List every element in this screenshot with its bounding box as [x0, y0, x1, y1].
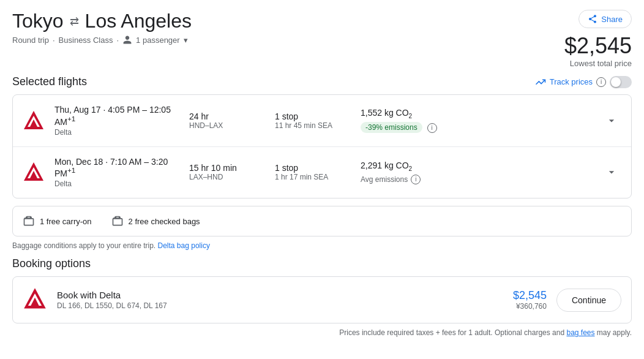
carry-on-icon: [23, 215, 35, 227]
flight-2-date: Mon, Dec 18: [54, 157, 103, 167]
checked-bag-icon: [111, 215, 124, 227]
passenger-count: 1 passenger: [136, 36, 180, 45]
share-button[interactable]: Share: [578, 10, 632, 28]
delta-bag-policy-link[interactable]: Delta bag policy: [158, 241, 210, 250]
flight-2-co2: 2,291 kg CO2: [361, 161, 597, 172]
selected-flights-header: Selected flights Track prices i: [12, 75, 632, 88]
flight-1-route: HND–LAX: [189, 121, 263, 130]
price-label: Lowest total price: [564, 59, 632, 68]
share-label: Share: [601, 15, 623, 24]
flight-2-depart: 7:10 AM: [110, 157, 141, 167]
trip-type: Round trip: [12, 36, 49, 45]
checked-bags-label: 2 free checked bags: [129, 217, 200, 226]
flight-1-stop-detail: 11 hr 45 min SEA: [275, 121, 348, 130]
flight-1-expand-button[interactable]: [602, 111, 621, 130]
carry-on-label: 1 free carry-on: [40, 217, 92, 226]
flight-2-expand-button[interactable]: [602, 162, 621, 182]
flight-1-stops-main: 1 stop: [275, 111, 348, 121]
track-prices-section: Track prices i: [535, 76, 632, 88]
booking-options-title: Booking options: [12, 257, 632, 270]
flight-2-route: LAX–HND: [189, 173, 263, 181]
flight-2-emissions: 2,291 kg CO2 Avg emissions i: [361, 161, 597, 184]
booking-info: Book with Delta DL 166, DL 1550, DL 674,…: [57, 290, 513, 310]
booking-price-yen: ¥360,760: [513, 302, 547, 311]
flight-2-stops: 1 stop 1 hr 17 min SEA: [275, 163, 348, 181]
flight-1-info: Thu, Aug 17 · 4:05 PM – 12:05 AM+1 Delta: [54, 105, 177, 137]
flights-container: Thu, Aug 17 · 4:05 PM – 12:05 AM+1 Delta…: [12, 94, 632, 198]
emissions-1-info-icon[interactable]: i: [427, 123, 437, 133]
flight-2-times: Mon, Dec 18 · 7:10 AM – 3:20 PM+1: [54, 157, 177, 179]
flight-2-duration-main: 15 hr 10 min: [189, 163, 263, 173]
carry-on-item: 1 free carry-on: [23, 215, 92, 227]
flight-row: Thu, Aug 17 · 4:05 PM – 12:05 AM+1 Delta…: [13, 95, 631, 147]
origin-city: Tokyo: [12, 10, 64, 32]
route-subtitle: Round trip · Business Class · 1 passenge…: [12, 35, 192, 45]
delta-logo-1: [23, 110, 45, 132]
track-prices-label: Track prices: [550, 77, 593, 86]
passenger-icon: [122, 35, 132, 45]
total-price: $2,545: [564, 33, 632, 59]
flight-1-duration: 24 hr HND–LAX: [189, 111, 263, 130]
flight-2-airline: Delta: [54, 180, 177, 188]
emissions-2-info-icon[interactable]: i: [411, 175, 421, 184]
footer-text-end: may apply.: [597, 328, 632, 337]
flight-1-co2: 1,552 kg CO2: [361, 108, 597, 119]
flight-1-airline: Delta: [54, 128, 177, 137]
booking-price: $2,545 ¥360,760: [513, 289, 547, 311]
track-prices-info-icon[interactable]: i: [596, 77, 606, 87]
flight-1-date: Thu, Aug 17: [54, 105, 101, 115]
route-arrow-icon: ⇄: [70, 15, 79, 28]
header-left: Tokyo ⇄ Los Angeles Round trip · Busines…: [12, 10, 192, 45]
baggage-note: Baggage conditions apply to your entire …: [12, 241, 632, 250]
footer-text: Prices include required taxes + fees for…: [339, 328, 564, 337]
delta-logo-2: [23, 161, 45, 183]
flight-1-emissions-badge: -39% emissions: [361, 122, 422, 133]
flight-2-stops-main: 1 stop: [275, 163, 348, 173]
destination-city: Los Angeles: [85, 10, 192, 32]
booking-price-main: $2,545: [513, 289, 547, 302]
track-prices-toggle[interactable]: [610, 76, 632, 88]
baggage-section: 1 free carry-on 2 free checked bags: [12, 206, 632, 236]
flight-1-stops: 1 stop 11 hr 45 min SEA: [275, 111, 348, 130]
route-title: Tokyo ⇄ Los Angeles: [12, 10, 192, 32]
flight-2-emissions-avg: Avg emissions i: [361, 175, 597, 184]
checked-bags-item: 2 free checked bags: [111, 215, 200, 227]
delta-booking-logo: [23, 287, 47, 313]
selected-flights-title: Selected flights: [12, 75, 87, 88]
cabin-class: Business Class: [59, 36, 113, 45]
continue-button[interactable]: Continue: [556, 289, 621, 312]
booking-name: Book with Delta: [57, 290, 513, 300]
flight-1-times: Thu, Aug 17 · 4:05 PM – 12:05 AM+1: [54, 105, 177, 127]
booking-card: Book with Delta DL 166, DL 1550, DL 674,…: [12, 276, 632, 323]
booking-flights: DL 166, DL 1550, DL 674, DL 167: [57, 301, 513, 310]
baggage-note-text: Baggage conditions apply to your entire …: [12, 241, 155, 250]
bag-fees-link[interactable]: bag fees: [566, 328, 594, 337]
flight-2-duration: 15 hr 10 min LAX–HND: [189, 163, 263, 181]
passenger-dropdown-icon[interactable]: ▾: [184, 36, 188, 45]
flight-row: Mon, Dec 18 · 7:10 AM – 3:20 PM+1 Delta …: [13, 147, 631, 198]
flight-1-emissions: 1,552 kg CO2 -39% emissions i: [361, 108, 597, 133]
flight-2-info: Mon, Dec 18 · 7:10 AM – 3:20 PM+1 Delta: [54, 157, 177, 189]
page-header: Tokyo ⇄ Los Angeles Round trip · Busines…: [12, 10, 632, 68]
header-right: Share $2,545 Lowest total price: [564, 10, 632, 68]
footer-note: Prices include required taxes + fees for…: [12, 328, 632, 337]
flight-2-stop-detail: 1 hr 17 min SEA: [275, 173, 348, 181]
flight-1-depart: 4:05 PM: [108, 105, 140, 115]
trending-up-icon: [535, 77, 546, 88]
flight-1-duration-main: 24 hr: [189, 111, 263, 121]
